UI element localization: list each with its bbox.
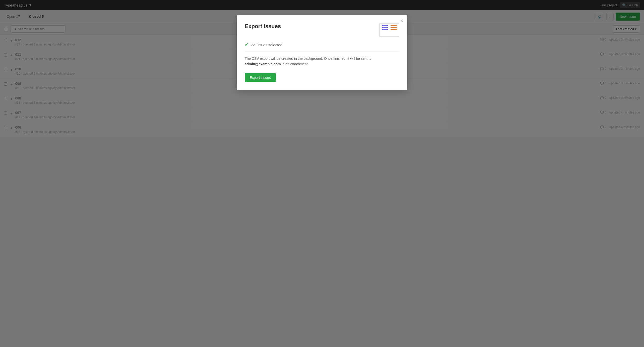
modal-selected-count-area: ✔ 22 issues selected [245, 42, 399, 47]
selected-count: 22 [250, 43, 255, 47]
modal-description: The CSV export will be created in the ba… [245, 56, 399, 67]
export-modal: × Export issues ✔ 22 issues selected The… [237, 15, 407, 90]
modal-header: Export issues [245, 23, 399, 37]
check-icon: ✔ [245, 42, 248, 47]
csv-graphic-icon [379, 23, 399, 37]
modal-title: Export issues [245, 23, 281, 30]
modal-overlay[interactable]: × Export issues ✔ 22 issues selected The… [0, 0, 644, 347]
export-issues-button[interactable]: Export issues [245, 73, 276, 82]
email-address: admin@example.com [245, 62, 281, 66]
modal-divider [245, 51, 399, 52]
modal-close-button[interactable]: × [400, 18, 403, 23]
selected-label: issues selected [257, 43, 283, 47]
